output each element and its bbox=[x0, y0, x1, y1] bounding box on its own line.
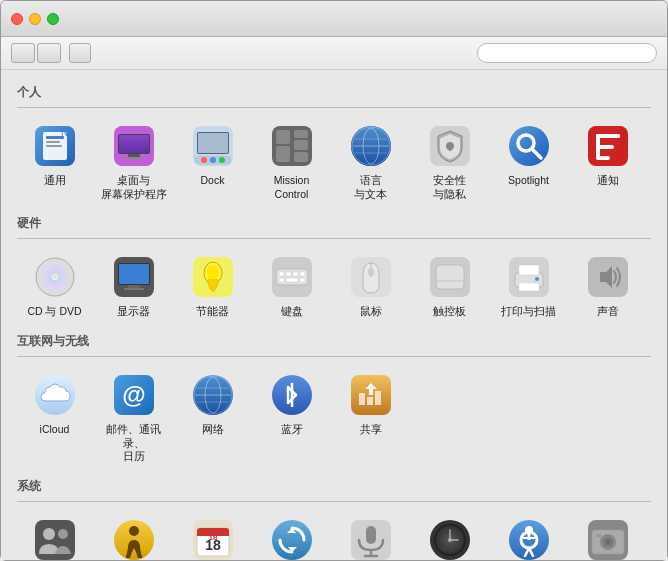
back-button[interactable] bbox=[11, 43, 35, 63]
icon-item-notify[interactable]: 通知 bbox=[570, 116, 645, 207]
notify-label: 通知 bbox=[597, 174, 619, 188]
icon-grid-personal: N通用桌面与 屏幕保护程序DockMission Control语言 与文本安全… bbox=[17, 116, 651, 207]
icon-grid-system: 用户与 群组家长控制1818日期与时间软件更新听写 与语音Time Machin… bbox=[17, 510, 651, 560]
svg-point-54 bbox=[207, 265, 219, 281]
icon-item-update[interactable]: 软件更新 bbox=[254, 510, 329, 560]
svg-text:18: 18 bbox=[205, 537, 221, 553]
cddvd-label: CD 与 DVD bbox=[27, 305, 81, 319]
show-all-button[interactable] bbox=[69, 43, 91, 63]
icon-item-access[interactable]: 辅助功能 bbox=[491, 510, 566, 560]
divider-system bbox=[17, 501, 651, 502]
icon-item-security[interactable]: 安全性 与隐私 bbox=[412, 116, 487, 207]
icon-item-spotlight[interactable]: Spotlight bbox=[491, 116, 566, 207]
general-label: 通用 bbox=[44, 174, 66, 188]
svg-point-90 bbox=[58, 529, 68, 539]
section-label-hardware: 硬件 bbox=[17, 215, 651, 232]
svg-rect-124 bbox=[596, 534, 601, 537]
icon-item-bluetooth[interactable]: 蓝牙 bbox=[254, 365, 329, 470]
icon-item-sound[interactable]: 声音 bbox=[570, 247, 645, 325]
icon-item-dock[interactable]: Dock bbox=[175, 116, 250, 207]
icon-item-cddvd[interactable]: CD 与 DVD bbox=[17, 247, 92, 325]
svg-rect-23 bbox=[294, 152, 308, 162]
datetime-icon: 1818 bbox=[189, 516, 237, 560]
maximize-button[interactable] bbox=[47, 13, 59, 25]
close-button[interactable] bbox=[11, 13, 23, 25]
icon-item-dictation[interactable]: 听写 与语音 bbox=[333, 510, 408, 560]
icon-grid-internet: iCloud@邮件、通讯录、 日历网络蓝牙共享 bbox=[17, 365, 651, 470]
svg-rect-42 bbox=[596, 145, 614, 149]
svg-rect-60 bbox=[300, 272, 305, 276]
svg-point-92 bbox=[129, 526, 139, 536]
icon-item-users[interactable]: 用户与 群组 bbox=[17, 510, 92, 560]
mission-label: Mission Control bbox=[274, 174, 310, 201]
mission-icon bbox=[268, 122, 316, 170]
sound-icon bbox=[584, 253, 632, 301]
svg-point-46 bbox=[53, 275, 57, 279]
svg-rect-19 bbox=[276, 130, 290, 144]
network-label: 网络 bbox=[202, 423, 224, 437]
svg-rect-56 bbox=[276, 269, 308, 285]
keyboard-icon bbox=[268, 253, 316, 301]
icon-item-keyboard[interactable]: 键盘 bbox=[254, 247, 329, 325]
desktop-label: 桌面与 屏幕保护程序 bbox=[101, 174, 167, 201]
display-label: 显示器 bbox=[117, 305, 150, 319]
divider-personal bbox=[17, 107, 651, 108]
svg-rect-51 bbox=[124, 288, 144, 290]
desktop-icon bbox=[110, 122, 158, 170]
icon-item-desktop[interactable]: 桌面与 屏幕保护程序 bbox=[96, 116, 171, 207]
icon-item-startup[interactable]: 启动磁盘 bbox=[570, 510, 645, 560]
icon-item-mouse[interactable]: 鼠标 bbox=[333, 247, 408, 325]
icon-item-icloud[interactable]: iCloud bbox=[17, 365, 92, 470]
svg-rect-3 bbox=[46, 141, 60, 143]
spotlight-label: Spotlight bbox=[508, 174, 549, 188]
icon-item-display[interactable]: 显示器 bbox=[96, 247, 171, 325]
forward-button[interactable] bbox=[37, 43, 61, 63]
icon-item-datetime[interactable]: 1818日期与时间 bbox=[175, 510, 250, 560]
icon-item-general[interactable]: N通用 bbox=[17, 116, 92, 207]
search-wrapper: 🔍 bbox=[477, 43, 657, 63]
mail-icon: @ bbox=[110, 371, 158, 419]
titlebar bbox=[1, 1, 667, 37]
icon-item-network[interactable]: 网络 bbox=[175, 365, 250, 470]
network-icon bbox=[189, 371, 237, 419]
icon-item-share[interactable]: 共享 bbox=[333, 365, 408, 470]
icon-item-parental[interactable]: 家长控制 bbox=[96, 510, 171, 560]
svg-rect-20 bbox=[294, 130, 308, 138]
bluetooth-label: 蓝牙 bbox=[281, 423, 303, 437]
icon-item-lang[interactable]: 语言 与文本 bbox=[333, 116, 408, 207]
svg-point-16 bbox=[210, 157, 216, 163]
users-icon bbox=[31, 516, 79, 560]
main-window: 🔍 个人N通用桌面与 屏幕保护程序DockMission Control语言 与… bbox=[0, 0, 668, 561]
minimize-button[interactable] bbox=[29, 13, 41, 25]
trackpad-icon bbox=[426, 253, 474, 301]
icloud-icon bbox=[31, 371, 79, 419]
security-icon bbox=[426, 122, 474, 170]
icon-item-trackpad[interactable]: 触控板 bbox=[412, 247, 487, 325]
divider-hardware bbox=[17, 238, 651, 239]
print-label: 打印与扫描 bbox=[501, 305, 556, 319]
icon-item-timemachine[interactable]: Time Machine bbox=[412, 510, 487, 560]
section-label-internet: 互联网与无线 bbox=[17, 333, 651, 350]
icon-grid-hardware: CD 与 DVD显示器节能器键盘鼠标触控板打印与扫描声音 bbox=[17, 247, 651, 325]
svg-text:@: @ bbox=[122, 381, 145, 408]
svg-rect-22 bbox=[276, 146, 290, 162]
svg-rect-63 bbox=[300, 278, 305, 282]
svg-rect-59 bbox=[293, 272, 298, 276]
icon-item-energy[interactable]: 节能器 bbox=[175, 247, 250, 325]
icon-item-print[interactable]: 打印与扫描 bbox=[491, 247, 566, 325]
keyboard-label: 键盘 bbox=[281, 305, 303, 319]
content-area: 个人N通用桌面与 屏幕保护程序DockMission Control语言 与文本… bbox=[1, 70, 667, 560]
search-input[interactable] bbox=[477, 43, 657, 63]
dock-icon bbox=[189, 122, 237, 170]
section-label-system: 系统 bbox=[17, 478, 651, 495]
icon-item-mail[interactable]: @邮件、通讯录、 日历 bbox=[96, 365, 171, 470]
timemachine-icon bbox=[426, 516, 474, 560]
svg-point-34 bbox=[509, 126, 549, 166]
dock-label: Dock bbox=[201, 174, 225, 188]
lang-label: 语言 与文本 bbox=[354, 174, 387, 201]
svg-rect-68 bbox=[436, 265, 464, 289]
icon-item-mission[interactable]: Mission Control bbox=[254, 116, 329, 207]
section-label-personal: 个人 bbox=[17, 84, 651, 101]
svg-point-74 bbox=[535, 277, 539, 281]
svg-point-89 bbox=[43, 528, 55, 540]
